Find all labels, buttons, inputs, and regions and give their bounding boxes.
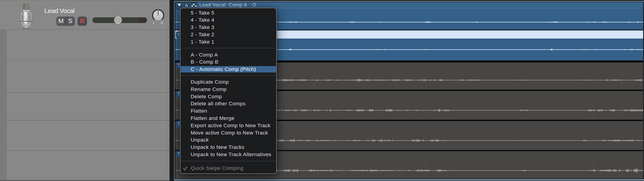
- svg-text:R: R: [161, 21, 163, 25]
- svg-text:L: L: [153, 21, 155, 25]
